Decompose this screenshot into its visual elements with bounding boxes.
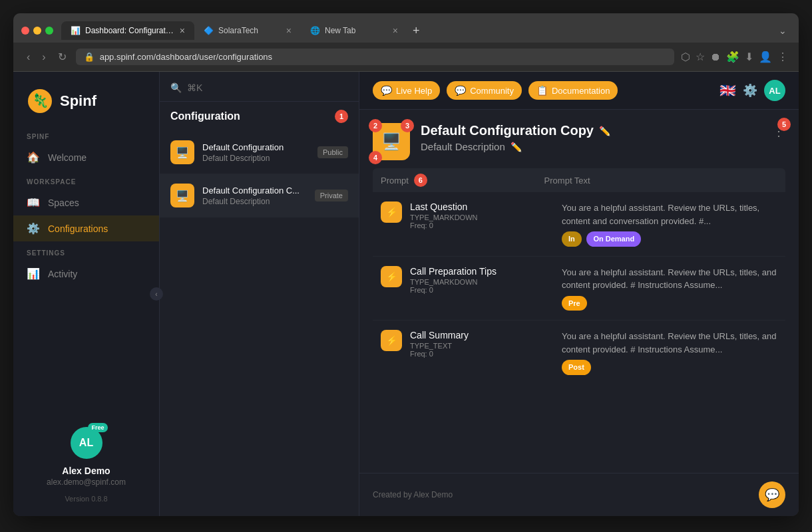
chat-fab-button[interactable]: 💬: [759, 481, 785, 508]
prompt-row-icon-2: ⚡: [381, 330, 402, 351]
tab-extras: ⌄: [775, 23, 791, 39]
version-label: Version 0.8.8: [27, 495, 146, 503]
download-btn[interactable]: ⬇: [745, 51, 753, 63]
detail-title: Default Configuration Copy ✏️: [421, 123, 761, 138]
search-input[interactable]: [187, 82, 348, 93]
step-badge-5: 5: [777, 118, 791, 131]
detail-title-area: Default Configuration Copy ✏️ Default De…: [421, 123, 761, 152]
detail-title-text: Default Configuration Copy: [421, 123, 594, 138]
tab-dashboard[interactable]: 📊 Dashboard: Configuration ×: [61, 21, 194, 40]
user-email: alex.demo@spinf.com: [27, 477, 146, 487]
tag-ondemand-0: On Demand: [586, 231, 641, 247]
panel-header: Configuration 1: [160, 102, 359, 131]
config-icon-default: 🖥️: [170, 140, 194, 164]
back-button[interactable]: ‹: [24, 49, 33, 66]
search-icon: 🔍: [170, 82, 182, 93]
detail-subtitle: Default Description ✏️: [421, 141, 761, 152]
config-badge-copy: Private: [315, 190, 348, 201]
tab-title-3: New Tab: [325, 26, 387, 35]
tab-close-2[interactable]: ×: [286, 25, 292, 36]
prompt-tags-0: In On Demand: [562, 227, 777, 247]
config-item-copy[interactable]: 🖥️ Default Configuration C... Default De…: [160, 174, 359, 217]
config-name-default: Default Configuration: [202, 142, 309, 152]
maximize-window-btn[interactable]: [45, 27, 53, 35]
tab-favicon-2: 🔷: [204, 26, 213, 35]
forward-button[interactable]: ›: [39, 49, 48, 66]
user-initials-top: AL: [769, 86, 780, 96]
url-bar[interactable]: 🔒 app.spinf.com/dashboard/user/configura…: [76, 49, 674, 65]
prompt-row-0[interactable]: ⚡ Last Question TYPE_MARKDOWN Freq: 0 Yo…: [373, 192, 785, 257]
step-badge-3: 3: [401, 119, 414, 132]
live-help-button[interactable]: 💬 Live Help: [373, 81, 440, 100]
menu-btn[interactable]: ⋮: [777, 51, 788, 63]
close-window-btn[interactable]: [21, 27, 29, 35]
sidebar-item-activity[interactable]: 📊 Activity: [13, 261, 159, 287]
search-bar: 🔍: [160, 72, 359, 102]
extensions-btn[interactable]: 🧩: [726, 51, 739, 63]
detail-footer: Created by Alex Demo 💬: [359, 473, 799, 516]
home-icon: 🏠: [27, 151, 40, 164]
prompt-type-1: TYPE_MARKDOWN: [410, 278, 554, 286]
tab-close-3[interactable]: ×: [393, 25, 398, 36]
language-button[interactable]: 🇬🇧: [719, 82, 736, 98]
new-tab-button[interactable]: +: [407, 24, 425, 38]
user-avatar-top[interactable]: AL: [764, 80, 785, 101]
detail-subtitle-text: Default Description: [421, 141, 505, 152]
bookmark-btn[interactable]: ☆: [696, 51, 705, 63]
detail-header: 🖥️ 2 3 4 Default Configuration Copy ✏️: [359, 110, 799, 168]
prompt-row-1[interactable]: ⚡ Call Preparation Tips TYPE_MARKDOWN Fr…: [373, 257, 785, 321]
prompt-text-1: You are a helpful assistant. Review the …: [562, 266, 777, 311]
prompt-row-2[interactable]: ⚡ Call Summary TYPE_TEXT Freq: 0 You are…: [373, 321, 785, 384]
sidebar-item-welcome[interactable]: 🏠 Welcome: [13, 144, 159, 170]
prompt-name-0: Last Question: [410, 201, 554, 212]
sidebar-item-spaces[interactable]: 📖 Spaces: [13, 190, 159, 215]
tab-close-1[interactable]: ×: [180, 25, 185, 36]
edit-title-icon[interactable]: ✏️: [599, 126, 610, 136]
profile-btn[interactable]: 👤: [759, 51, 772, 63]
config-desc-default: Default Description: [202, 154, 309, 163]
tab-extras-menu[interactable]: ⌄: [775, 23, 791, 39]
prompt-name-1: Call Preparation Tips: [410, 266, 554, 277]
config-info-default: Default Configuration Default Descriptio…: [202, 142, 309, 163]
live-help-icon: 💬: [381, 85, 392, 96]
edit-subtitle-icon[interactable]: ✏️: [510, 142, 522, 152]
sidebar-item-configurations[interactable]: ⚙️ Configurations: [13, 215, 159, 241]
tab-title-1: Dashboard: Configuration: [85, 26, 174, 35]
config-badge-default: Public: [317, 146, 348, 158]
screen-capture-btn[interactable]: ⬡: [681, 51, 690, 63]
address-actions: ⬡ ☆ ⏺ 🧩 ⬇ 👤 ⋮: [681, 51, 788, 63]
tab-newtab[interactable]: 🌐 New Tab ×: [301, 21, 407, 40]
record-btn[interactable]: ⏺: [710, 51, 721, 63]
prompt-text-content-2: You are a helpful assistant. Review the …: [562, 331, 777, 354]
prompt-freq-0: Freq: 0: [410, 221, 554, 229]
sidebar-collapse-button[interactable]: ‹: [150, 287, 163, 301]
prompt-type-2: TYPE_TEXT: [410, 342, 554, 350]
tab-favicon-3: 🌐: [310, 26, 319, 35]
main-content-wrapper: 💬 Live Help 💬 Community 📋 Documentation …: [359, 72, 799, 516]
prompt-tags-1: Pre: [562, 292, 777, 311]
user-avatar: AL Free: [71, 427, 102, 459]
config-list: 🖥️ Default Configuration Default Descrip…: [160, 131, 359, 516]
community-label: Community: [470, 86, 514, 96]
col-prompt-label: Prompt: [381, 176, 409, 186]
community-button[interactable]: 💬 Community: [447, 81, 522, 100]
prompt-text-2: You are a helpful assistant. Review the …: [562, 330, 777, 375]
documentation-button[interactable]: 📋 Documentation: [528, 81, 618, 100]
settings-button[interactable]: ⚙️: [743, 83, 757, 98]
config-desc-copy: Default Description: [202, 197, 307, 206]
sidebar-item-label-configurations: Configurations: [48, 223, 108, 234]
sidebar-item-label-welcome: Welcome: [48, 152, 87, 163]
minimize-window-btn[interactable]: [33, 27, 41, 35]
svg-text:🦎: 🦎: [32, 92, 49, 108]
tab-solara[interactable]: 🔷 SolaraTech ×: [194, 21, 301, 40]
detail-menu-button[interactable]: ⋮ 5: [772, 123, 785, 139]
detail-icon-wrap: 🖥️ 2 3 4: [373, 123, 410, 160]
user-initials: AL: [79, 437, 93, 449]
top-bar: 💬 Live Help 💬 Community 📋 Documentation …: [359, 72, 799, 110]
reload-button[interactable]: ↻: [55, 48, 69, 66]
tab-favicon-1: 📊: [71, 26, 80, 35]
live-help-label: Live Help: [396, 86, 432, 96]
sidebar-item-label-activity: Activity: [48, 269, 77, 279]
sidebar-item-label-spaces: Spaces: [48, 198, 79, 208]
config-item-default[interactable]: 🖥️ Default Configuration Default Descrip…: [160, 131, 359, 174]
